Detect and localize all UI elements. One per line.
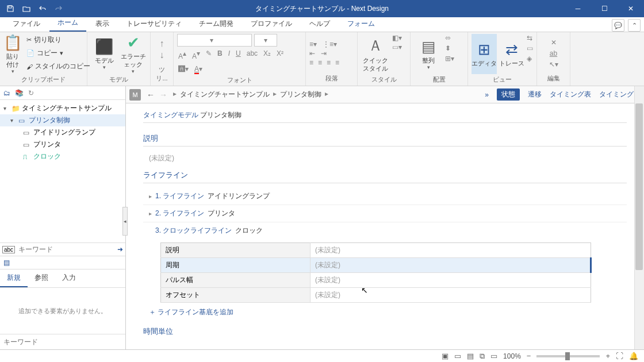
- align-center-icon[interactable]: ≡: [318, 59, 322, 67]
- paste-button[interactable]: 📋貼り付け▾: [3, 34, 22, 74]
- align-right-icon[interactable]: ≡: [327, 59, 331, 67]
- viewtab-timing-table[interactable]: タイミング表: [550, 90, 591, 99]
- italic-icon[interactable]: I: [228, 49, 230, 60]
- highlight-icon[interactable]: 🅰▾: [178, 65, 189, 73]
- flat-view-icon[interactable]: 📚: [15, 89, 24, 97]
- numbering-icon[interactable]: ⋮≡▾: [323, 40, 337, 48]
- folder-icon[interactable]: [18, 0, 34, 17]
- delete-icon[interactable]: ✕: [551, 38, 557, 47]
- tab-home[interactable]: ホーム: [49, 15, 86, 32]
- subscript-icon[interactable]: X₂: [263, 49, 271, 60]
- prop-value[interactable]: (未設定): [310, 243, 591, 258]
- undo-icon[interactable]: [34, 0, 51, 17]
- lifeline-1[interactable]: ▸1. ライフラインアイドリングランプ: [143, 188, 627, 205]
- tree-view-icon[interactable]: 🗂: [3, 89, 10, 97]
- lifeline-3[interactable]: ▸3. クロックライフラインクロック: [143, 222, 627, 239]
- zoom-out-icon[interactable]: −: [527, 352, 531, 360]
- notification-icon[interactable]: 🔔: [629, 352, 638, 360]
- viewtab-status[interactable]: 状態: [497, 88, 520, 101]
- copy-button[interactable]: 📄 コピー ▾: [24, 47, 93, 59]
- trace-view-button[interactable]: ⇄トレース: [499, 34, 524, 74]
- close-button[interactable]: ✕: [618, 0, 644, 17]
- fit-icon[interactable]: ⛶: [616, 352, 623, 360]
- view-opt1-icon[interactable]: ⇆: [527, 34, 533, 42]
- clear-format-icon[interactable]: ✎: [206, 49, 212, 60]
- view-mode2-icon[interactable]: ▭: [454, 352, 461, 360]
- tab-view[interactable]: 表示: [87, 16, 117, 32]
- zoom-level[interactable]: 100%: [503, 352, 521, 360]
- view-mode5-icon[interactable]: ▭: [490, 352, 497, 360]
- zoom-in-icon[interactable]: +: [605, 352, 610, 360]
- cut-button[interactable]: ✂ 切り取り: [24, 34, 93, 46]
- view-mode1-icon[interactable]: ▣: [442, 352, 448, 360]
- back-icon[interactable]: ←: [147, 90, 155, 99]
- arrow-down-icon[interactable]: ↓: [160, 50, 164, 60]
- strike-icon[interactable]: abc: [247, 49, 258, 60]
- format-painter-button[interactable]: 🖌 スタイルのコピー: [24, 60, 93, 72]
- model-button[interactable]: ⬛モデル▾: [91, 34, 118, 74]
- tab-file[interactable]: ファイル: [5, 16, 48, 32]
- edit-text-icon[interactable]: ab: [550, 49, 557, 57]
- prop-value[interactable]: (未設定): [310, 288, 591, 303]
- bullets-icon[interactable]: ≡▾: [309, 40, 317, 48]
- bold-icon[interactable]: B: [217, 49, 223, 60]
- justify-icon[interactable]: ≡: [335, 59, 339, 67]
- superscript-icon[interactable]: X²: [277, 49, 283, 60]
- search-input[interactable]: [18, 245, 114, 253]
- tab-traceability[interactable]: トレーサビリティ: [118, 16, 190, 32]
- indent-icon[interactable]: ⇥: [321, 49, 327, 57]
- font-color-icon[interactable]: A▾: [194, 65, 202, 73]
- forward-icon[interactable]: →: [159, 90, 167, 99]
- tab-profile[interactable]: プロファイル: [243, 16, 300, 32]
- layout-v-icon[interactable]: ⬍: [445, 44, 454, 52]
- layout-dist-icon[interactable]: ⊞▾: [445, 55, 454, 63]
- addtab-input[interactable]: 入力: [55, 269, 83, 287]
- editor-view-button[interactable]: ⊞エディタ: [471, 34, 497, 74]
- viewtab-transition[interactable]: 遷移: [528, 90, 542, 99]
- crumb-root[interactable]: タイミングチャートサンプル: [180, 90, 270, 99]
- crumb-current[interactable]: プリンタ制御: [280, 90, 321, 99]
- panel-toggle-icon[interactable]: ▤: [3, 259, 10, 267]
- tree-item-printer[interactable]: ▭プリンタ: [0, 138, 125, 151]
- add-lifeline-button[interactable]: ＋ ライフライン基底を追加: [143, 303, 627, 322]
- arrow-up-icon[interactable]: ↑: [160, 38, 164, 49]
- style-fill-icon[interactable]: ◧▾: [392, 34, 402, 42]
- underline-icon[interactable]: U: [236, 49, 241, 60]
- increase-font-icon[interactable]: A▴: [178, 49, 186, 60]
- keyword-input[interactable]: [3, 338, 122, 346]
- view-mode3-icon[interactable]: ▤: [467, 352, 474, 360]
- tree-item-clock[interactable]: ⎍クロック: [0, 151, 125, 163]
- minimize-button[interactable]: ─: [565, 0, 591, 17]
- vertical-scrollbar[interactable]: [634, 86, 644, 349]
- feedback-icon[interactable]: 💬: [612, 19, 624, 32]
- addtab-new[interactable]: 新規: [0, 269, 28, 287]
- collapse-ribbon-icon[interactable]: ⌃: [628, 19, 641, 32]
- tab-help[interactable]: ヘルプ: [301, 16, 338, 32]
- sync-icon[interactable]: ↻: [28, 89, 34, 97]
- view-mode4-icon[interactable]: ⧉: [480, 352, 485, 361]
- style-line-icon[interactable]: ▭▾: [392, 43, 402, 51]
- layout-h-icon[interactable]: ⬄: [445, 34, 454, 42]
- search-go-icon[interactable]: ➜: [117, 245, 123, 253]
- addtab-ref[interactable]: 参照: [28, 269, 55, 287]
- error-check-button[interactable]: ✔エラーチェック▾: [120, 34, 147, 74]
- zoom-slider[interactable]: [536, 355, 600, 357]
- lifeline-2[interactable]: ▸2. ライフラインプリンタ: [143, 205, 627, 222]
- align-left-icon[interactable]: ≡: [309, 59, 313, 67]
- font-family-select[interactable]: ▾: [177, 34, 252, 47]
- prop-value[interactable]: (未設定): [310, 258, 591, 273]
- view-opt3-icon[interactable]: ◈: [527, 55, 533, 63]
- prop-value[interactable]: (未設定): [310, 273, 591, 288]
- decrease-font-icon[interactable]: A▾: [192, 49, 200, 60]
- tree-item-idle-lamp[interactable]: ▭アイドリングランプ: [0, 126, 125, 138]
- save-icon[interactable]: [2, 0, 18, 17]
- outdent-icon[interactable]: ⇤: [309, 49, 315, 57]
- tree-root[interactable]: ▾📁タイミングチャートサンプル: [0, 102, 125, 114]
- font-size-select[interactable]: ▾: [254, 34, 277, 47]
- description-value[interactable]: (未設定): [143, 151, 627, 165]
- tree-item-printer-control[interactable]: ▾▭プリンタ制御: [0, 114, 125, 126]
- align-button[interactable]: ▤整列▾: [414, 34, 443, 74]
- select-icon[interactable]: ↖▾: [549, 60, 558, 68]
- quick-style-button[interactable]: Ａクイック スタイル: [361, 34, 390, 74]
- view-opt2-icon[interactable]: ▭: [527, 44, 533, 52]
